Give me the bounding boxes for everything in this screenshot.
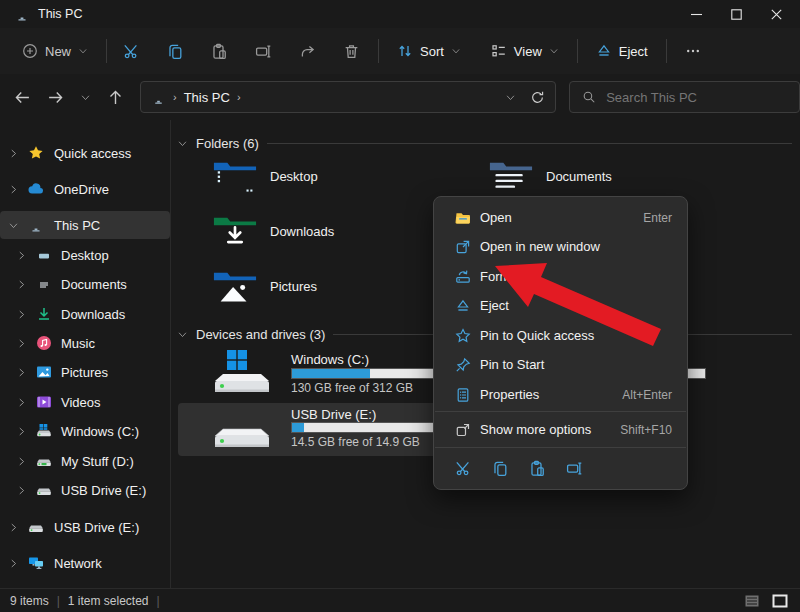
chevron-down-icon[interactable] (177, 138, 188, 149)
sidebar-item-desktop[interactable]: Desktop (0, 241, 170, 269)
sidebar-item-usb-drive-e-root[interactable]: USB Drive (E:) (0, 513, 170, 541)
rename-icon (255, 43, 272, 60)
drive-item-windows-c[interactable] (213, 348, 271, 396)
folder-item-label[interactable]: Documents (546, 169, 612, 184)
share-button[interactable] (291, 37, 324, 66)
menu-item-label: Eject (480, 298, 509, 313)
sidebar-item-downloads[interactable]: Downloads (0, 300, 170, 328)
see-more-button[interactable] (677, 37, 709, 65)
sidebar-item-label: Documents (61, 277, 127, 292)
menu-item-format[interactable]: Format... (439, 262, 682, 291)
refresh-button[interactable] (530, 90, 545, 105)
chevron-right-icon[interactable] (8, 148, 19, 159)
cut-icon[interactable] (455, 460, 472, 477)
folder-item-label[interactable]: Pictures (270, 279, 317, 294)
chevron-right-icon[interactable] (8, 558, 19, 569)
sidebar-item-pictures[interactable]: Pictures (0, 358, 170, 386)
chevron-right-icon[interactable] (8, 522, 19, 533)
menu-item-open-in-new-window[interactable]: Open in new window (439, 232, 682, 261)
chevron-right-icon[interactable] (16, 426, 27, 437)
menu-item-show-more-options[interactable]: Show more options Shift+F10 (439, 415, 682, 444)
items-count: 9 items (10, 594, 49, 608)
sort-button[interactable]: Sort (389, 37, 469, 65)
paste-icon[interactable] (529, 460, 546, 477)
chevron-right-icon[interactable] (16, 367, 27, 378)
search-icon (582, 90, 596, 104)
sidebar-item-onedrive[interactable]: OneDrive (0, 175, 170, 203)
chevron-right-icon[interactable] (16, 485, 27, 496)
cut-button[interactable] (115, 37, 148, 66)
folder-item-label[interactable]: Downloads (270, 224, 334, 239)
sidebar-item-documents[interactable]: Documents (0, 270, 170, 298)
paste-button[interactable] (203, 37, 236, 66)
address-bar[interactable]: › This PC › (140, 81, 556, 113)
folder-item-label[interactable]: Desktop (270, 169, 318, 184)
sidebar-item-music[interactable]: Music (0, 329, 170, 357)
up-button[interactable] (107, 89, 124, 106)
chevron-down-icon[interactable] (8, 220, 19, 231)
copy-icon[interactable] (492, 460, 509, 477)
rename-button[interactable] (247, 37, 280, 66)
sidebar-item-my-stuff-d[interactable]: My Stuff (D:) (0, 447, 170, 475)
folder-item-desktop[interactable] (212, 158, 258, 198)
close-icon (771, 9, 780, 18)
chevron-right-icon[interactable] (16, 250, 27, 261)
minimize-button[interactable] (676, 0, 716, 28)
menu-item-pin-to-quick-access[interactable]: Pin to Quick access (439, 321, 682, 350)
recent-locations-chevron[interactable] (80, 92, 91, 103)
menu-item-label: Pin to Start (480, 357, 544, 372)
sidebar-item-windows-c[interactable]: Windows (C:) (0, 417, 170, 445)
folder-item-documents[interactable] (488, 158, 534, 198)
menu-item-pin-to-start[interactable]: Pin to Start (439, 350, 682, 379)
share-icon (299, 43, 316, 60)
search-box[interactable] (569, 81, 800, 113)
properties-icon (455, 387, 471, 403)
breadcrumb-this-pc[interactable]: This PC (184, 90, 230, 105)
new-button[interactable]: New (14, 37, 96, 65)
menu-item-label: Show more options (480, 422, 591, 437)
sidebar-item-quick-access[interactable]: Quick access (0, 139, 170, 167)
address-dropdown-chevron[interactable] (505, 92, 516, 103)
forward-button[interactable] (47, 89, 64, 106)
view-button[interactable]: View (483, 37, 567, 65)
show-more-options-icon (455, 422, 471, 438)
menu-item-properties[interactable]: Properties Alt+Enter (439, 380, 682, 409)
copy-button[interactable] (159, 37, 192, 66)
eject-button[interactable]: Eject (588, 37, 656, 65)
folders-section-header[interactable]: Folders (6) (177, 136, 792, 151)
downloads-folder-icon (212, 213, 258, 253)
chevron-down-icon[interactable] (177, 329, 188, 340)
folder-item-downloads[interactable] (212, 213, 258, 253)
open-folder-icon (455, 210, 471, 226)
folder-item-pictures[interactable] (212, 268, 258, 308)
rename-icon[interactable] (566, 460, 583, 477)
back-button[interactable] (14, 89, 31, 106)
sidebar-item-videos[interactable]: Videos (0, 388, 170, 416)
usb-drive-icon (36, 482, 52, 498)
drive-item-usb-e[interactable] (213, 403, 271, 451)
details-view-button[interactable] (744, 593, 760, 609)
close-button[interactable] (756, 0, 796, 28)
sidebar-item-this-pc[interactable]: This PC (0, 211, 170, 239)
chevron-down-icon (78, 46, 88, 56)
maximize-button[interactable] (716, 0, 756, 28)
chevron-right-icon[interactable] (16, 338, 27, 349)
chevron-right-icon[interactable] (16, 309, 27, 320)
pane-divider[interactable] (170, 120, 171, 588)
menu-item-open[interactable]: Open Enter (439, 203, 682, 232)
window-title: This PC (38, 7, 82, 21)
sidebar-item-network[interactable]: Network (0, 549, 170, 577)
menu-item-eject[interactable]: Eject (439, 291, 682, 320)
chevron-right-icon[interactable] (16, 279, 27, 290)
large-icons-view-button[interactable] (772, 593, 788, 609)
desktop-folder-icon (36, 247, 52, 263)
sidebar-item-usb-drive-e[interactable]: USB Drive (E:) (0, 476, 170, 504)
chevron-right-icon[interactable] (16, 456, 27, 467)
status-bar: 9 items | 1 item selected | (0, 588, 800, 612)
chevron-right-icon[interactable] (8, 184, 19, 195)
search-input[interactable] (604, 89, 778, 106)
drive-name[interactable]: Windows (C:) (291, 352, 369, 367)
chevron-right-icon[interactable] (16, 397, 27, 408)
drive-name[interactable]: USB Drive (E:) (291, 407, 376, 422)
delete-button[interactable] (335, 37, 368, 66)
